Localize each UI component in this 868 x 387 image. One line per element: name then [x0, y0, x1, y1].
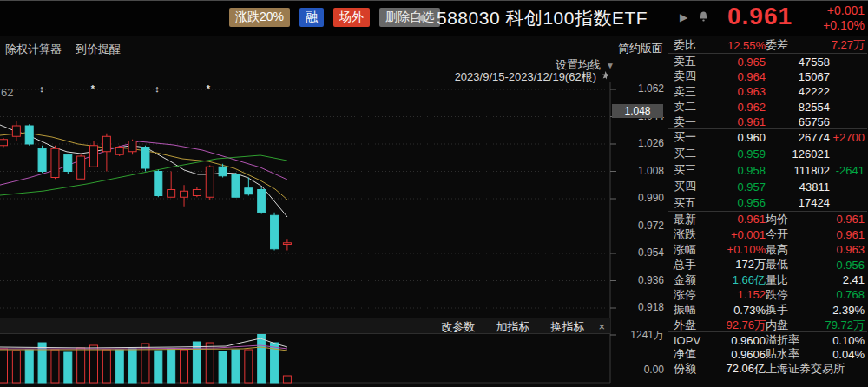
level-volume: 15067: [766, 70, 830, 83]
volume-bar: [90, 345, 98, 383]
level-delta: -2641: [830, 164, 865, 177]
stat-label: 贴水率: [766, 346, 818, 362]
event-marker-icon: ↕: [155, 83, 160, 94]
stat-label: 内盘: [766, 318, 818, 333]
volume-bar: [25, 350, 33, 383]
pin-icon[interactable]: [601, 69, 610, 85]
stat-value: 0.961: [713, 213, 766, 226]
stat-row-1: 最新0.961均价0.961: [668, 212, 867, 226]
app-frame: 涨跌20%融场外删除自选 ◀ 588030 科创100指数ETF ▶ 0.961…: [0, 0, 868, 387]
add-indicator-button[interactable]: 加指标: [496, 320, 529, 334]
stat-value: 0.10%: [818, 334, 865, 347]
level-volume: 42222: [766, 85, 830, 98]
level-volume: 26774: [766, 131, 830, 144]
price-alert-link[interactable]: 到价提醒: [76, 43, 121, 56]
badge-delete-watchlist[interactable]: 删除自选: [379, 8, 440, 27]
stat-value: 0.963: [818, 243, 865, 256]
candle-body: [12, 126, 20, 136]
candle-body: [245, 188, 253, 194]
stat-label: 最新: [674, 212, 713, 227]
stat-label: 最低: [766, 257, 818, 272]
candlestick-layer: [0, 121, 291, 251]
level-volume: 82554: [766, 101, 830, 114]
level-price: 0.963: [710, 85, 766, 98]
bid-row-4[interactable]: 买四0.95743811: [668, 179, 867, 195]
level-price: 0.965: [710, 56, 766, 69]
level-label: 卖三: [674, 84, 710, 100]
level-price: 0.958: [710, 164, 766, 177]
level-volume: 111802: [766, 164, 830, 177]
stat-value: +0.001: [713, 228, 766, 241]
alert-bell-icon[interactable]: [697, 10, 710, 27]
ask-row-2[interactable]: 卖二0.96282554: [668, 99, 867, 114]
level-price: 0.957: [710, 180, 766, 194]
top-bar: 涨跌20%融场外删除自选 ◀ 588030 科创100指数ETF ▶ 0.961…: [0, 0, 868, 36]
stat-label: 均价: [766, 212, 818, 227]
candle-body: [258, 190, 266, 213]
switch-indicator-button[interactable]: 换指标: [550, 320, 584, 334]
level-label: 买二: [674, 146, 710, 161]
bid-row-2[interactable]: 买二0.959126021: [668, 146, 867, 162]
event-marker-icon: ↕: [39, 83, 44, 94]
ask-row-3[interactable]: 卖三0.96342222: [668, 84, 867, 99]
ask-row-1[interactable]: 卖一0.96165756: [668, 115, 867, 129]
bid-row-1[interactable]: 买一0.96026774+2700: [668, 129, 867, 146]
stat-label: 换手: [766, 302, 818, 318]
badge-otc: 场外: [333, 8, 370, 27]
volume-bar: [128, 349, 136, 383]
candle-body: [271, 215, 279, 249]
chart-toolbar: 除权计算器到价提醒: [5, 41, 135, 57]
change-params-button[interactable]: 改参数: [441, 320, 475, 334]
indicator-pane-bar: 改参数加指标换指标×: [0, 318, 610, 334]
stat-value: 1.66亿: [713, 272, 766, 288]
ask-row-4[interactable]: 卖四0.96415067: [668, 69, 867, 83]
stat-row-7: 振幅0.73%换手2.39%: [668, 302, 867, 317]
candle-body: [232, 174, 240, 197]
volume-bar: [115, 350, 123, 383]
close-indicator-icon[interactable]: ×: [598, 320, 605, 334]
stat-value: 0.04%: [818, 348, 865, 361]
level-price: 0.959: [710, 148, 766, 161]
bid-row-3[interactable]: 买三0.958111802-2641: [668, 162, 867, 179]
quote-panel: 委比12.55%委差7.27万卖五0.96547558卖四0.96415067卖…: [668, 37, 867, 375]
price-axis-highlight: 1.048: [612, 104, 663, 118]
stat-value: 7.27万: [818, 37, 865, 53]
badge-margin: 融: [299, 8, 324, 27]
exright-calculator-link[interactable]: 除权计算器: [5, 43, 62, 56]
volume-bar: [168, 349, 175, 383]
simple-layout-button[interactable]: 简约版面: [618, 41, 663, 56]
stat-row-3: 涨幅+0.10%最高0.963: [668, 242, 867, 257]
level-label: 买四: [674, 179, 710, 194]
stat-label: 涨幅: [674, 242, 713, 258]
stat-row-6: 涨停1.152跌停0.768: [668, 287, 867, 302]
volume-bar: [0, 349, 8, 383]
price-axis-label: 0.972: [610, 220, 664, 232]
clipped-axis-label: 62: [1, 86, 13, 99]
level-label: 卖四: [674, 69, 710, 84]
fund-row-1: IOPV0.9600溢折率0.10%: [668, 332, 867, 346]
volume-axis-min-label: 0.00: [610, 364, 664, 376]
volume-bar: [245, 350, 253, 383]
price-axis-label: 1.062: [610, 82, 664, 95]
next-stock-arrow-icon[interactable]: ▶: [680, 11, 687, 23]
stat-row-5: 金额1.66亿量比2.41: [668, 272, 867, 287]
volume-bar: [258, 334, 266, 383]
level-price: 0.956: [710, 196, 766, 209]
volume-bar: [283, 376, 291, 383]
prev-stock-arrow-icon[interactable]: ◀: [416, 10, 424, 23]
price-change-percent: +0.10%: [802, 18, 865, 32]
candle-body: [38, 148, 46, 171]
stat-label: 今开: [766, 226, 818, 242]
price-axis-label: 0.954: [610, 246, 664, 259]
bid-row-5[interactable]: 买五0.95617424: [668, 195, 867, 212]
volume-bar: [181, 350, 188, 383]
stat-label: 涨停: [674, 287, 713, 303]
date-range-link[interactable]: 2023/9/15-2023/12/19(62根): [455, 69, 596, 85]
level-volume: 17424: [766, 196, 830, 209]
level-price: 0.960: [710, 131, 766, 144]
stat-label: 委差: [766, 37, 818, 53]
stat-label: 外盘: [674, 318, 713, 333]
stat-value: 0.768: [818, 288, 865, 301]
ask-row-5[interactable]: 卖五0.96547558: [668, 54, 867, 69]
volume-axis-max-label: 1241万: [610, 328, 664, 343]
